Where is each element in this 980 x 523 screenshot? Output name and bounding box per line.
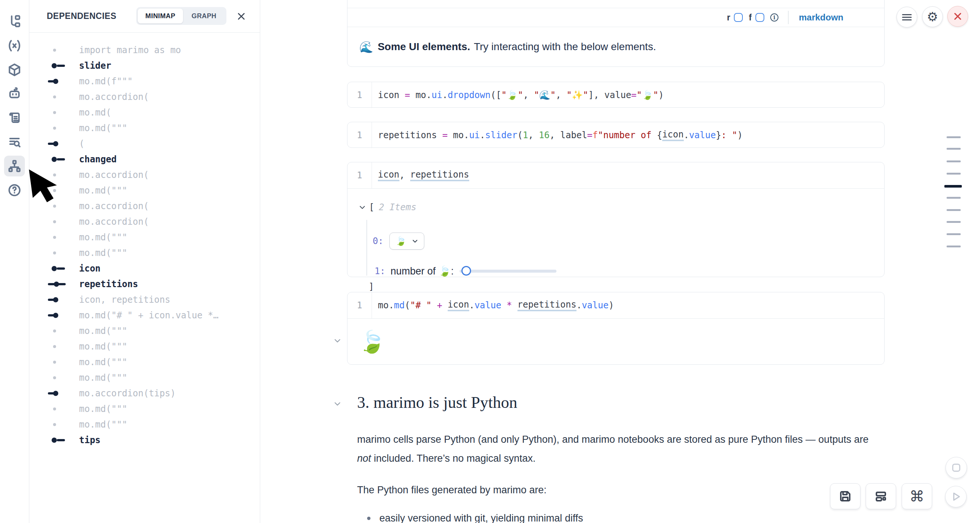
tab-graph[interactable]: GRAPH	[183, 8, 225, 23]
info-icon[interactable]: i	[770, 13, 778, 22]
cell-code-preview: mo.md(f"""	[79, 76, 133, 86]
cell-dropdown[interactable]: 1 icon = mo.ui.dropdown(["🍃", "🌊", "✨"],…	[347, 82, 885, 108]
minimap-cell-row[interactable]: changed	[29, 151, 260, 167]
minimap-cell-row[interactable]: mo.accordion(	[29, 89, 260, 105]
icon-dropdown-select[interactable]: 🍃	[390, 233, 424, 250]
code-editor[interactable]: 1 🌊 **Some UI elements.** Try interactin…	[347, 0, 884, 8]
ai-assistant-icon[interactable]	[4, 83, 25, 104]
variables-icon[interactable]	[4, 35, 25, 56]
index-1: 1:	[375, 266, 385, 276]
run-all-button[interactable]	[945, 486, 967, 507]
language-badge[interactable]: markdown	[799, 12, 843, 23]
minimap-cell-row[interactable]: icon, repetitions	[29, 292, 260, 308]
editor-footer: r f i markdown	[347, 8, 884, 27]
dependencies-panel: DEPENDENCIES MINIMAP GRAPH import marimo…	[29, 0, 260, 523]
section-collapse-chevron[interactable]	[333, 400, 342, 409]
save-button[interactable]	[830, 483, 861, 509]
cell-position-tick[interactable]	[947, 148, 961, 150]
bullet-item: easily versioned with git, yielding mini…	[357, 513, 583, 523]
shutdown-button[interactable]	[947, 6, 968, 27]
minimap-cell-row[interactable]: mo.md("""	[29, 339, 260, 354]
collapse-chevron-icon[interactable]	[359, 204, 366, 211]
cell-position-tick[interactable]	[947, 173, 961, 175]
slider-thumb[interactable]	[461, 266, 471, 276]
keyboard-shortcuts-button[interactable]: ⌘	[902, 483, 932, 509]
cell-code-preview: icon	[79, 263, 100, 274]
dependency-marker-icon	[49, 386, 79, 401]
minimap-cell-row[interactable]: mo.md(	[29, 105, 260, 120]
output-text: Try interacting with the below elements.	[474, 41, 656, 53]
minimap-cell-row[interactable]: slider	[29, 58, 260, 73]
r-toggle-label: r	[727, 13, 730, 23]
dependencies-icon[interactable]	[4, 156, 25, 177]
packages-icon[interactable]	[4, 59, 25, 80]
notebook-menu-button[interactable]	[896, 7, 917, 27]
slider-label: number of 🍃:	[390, 265, 453, 277]
items-count: 2 Items	[379, 202, 416, 212]
minimap-cell-row[interactable]: mo.md("""	[29, 417, 260, 432]
close-panel-button[interactable]	[235, 10, 248, 23]
snippets-icon[interactable]	[4, 107, 25, 128]
minimap-cell-row[interactable]: mo.accordion(	[29, 214, 260, 230]
cell-code-preview: mo.accordion(	[79, 92, 149, 102]
cell-position-tick[interactable]	[947, 221, 961, 223]
f-checkbox[interactable]	[756, 13, 764, 22]
cell-intro-markdown[interactable]: 1 🌊 **Some UI elements.** Try interactin…	[347, 0, 885, 67]
cell-slider[interactable]: 1 repetitions = mo.ui.slider(1, 16, labe…	[347, 122, 885, 148]
settings-button[interactable]: ⚙	[922, 6, 943, 27]
cell-tuple[interactable]: 1 icon, repetitions [ 2 Items 0: 🍃	[347, 162, 885, 277]
markdown-output: 🌊 Some UI elements. Try interacting with…	[347, 27, 884, 67]
minimap-cell-row[interactable]: import marimo as mo	[29, 42, 260, 58]
paragraph-1-text: marimo cells parse Python (and only Pyth…	[357, 434, 869, 445]
tree-output: [ 2 Items 0: 🍃 1: number of 🍃:	[347, 188, 884, 277]
tab-minimap[interactable]: MINIMAP	[138, 8, 183, 23]
leaf-output: 🍃	[347, 318, 884, 364]
minimap-cell-row[interactable]: mo.md("""	[29, 230, 260, 245]
minimap-cell-row[interactable]: mo.accordion(tips)	[29, 386, 260, 401]
r-checkbox[interactable]	[734, 13, 743, 22]
code-line[interactable]: mo.md("# " + icon.value * repetitions.va…	[372, 292, 884, 318]
cell-md-leaf[interactable]: 1 mo.md("# " + icon.value * repetitions.…	[347, 292, 885, 365]
minimap-cell-row[interactable]: mo.md("""	[29, 120, 260, 136]
line-number: 1	[347, 162, 372, 188]
minimap-cell-row[interactable]: mo.md("""	[29, 354, 260, 370]
minimap-cell-row[interactable]: mo.md("# " + icon.value *…	[29, 308, 260, 323]
toc-icon[interactable]	[4, 11, 25, 32]
cell-code-preview: mo.md("""	[79, 248, 127, 258]
minimap-cell-row[interactable]: icon	[29, 261, 260, 276]
output-collapse-chevron[interactable]	[333, 336, 342, 346]
mouse-cursor	[27, 169, 70, 211]
cell-position-tick[interactable]	[947, 161, 961, 162]
section-heading: 3. marimo is just Python	[357, 393, 517, 412]
panel-title: DEPENDENCIES	[47, 11, 116, 21]
wave-emoji: 🌊	[360, 40, 373, 54]
minimap-cell-row[interactable]: repetitions	[29, 276, 260, 292]
minimap-cell-row[interactable]: mo.md(f"""	[29, 73, 260, 89]
repetitions-slider[interactable]	[460, 269, 557, 273]
minimap-cell-list: import marimo as mo slider mo.md(f""" mo…	[29, 42, 260, 448]
dependency-marker-icon	[49, 354, 79, 370]
cell-code-preview: mo.md("""	[79, 373, 127, 383]
cell-position-tick[interactable]	[947, 233, 961, 235]
cell-position-tick[interactable]	[947, 246, 961, 247]
layout-button[interactable]	[865, 483, 896, 509]
stop-kernel-button[interactable]	[945, 457, 967, 478]
code-line[interactable]: icon, repetitions	[372, 162, 884, 188]
cell-position-tick[interactable]	[947, 197, 961, 199]
dependency-marker-icon	[49, 214, 79, 230]
cell-position-tick[interactable]	[944, 185, 962, 188]
cell-code-preview: mo.md("# " + icon.value *…	[79, 310, 219, 320]
cell-position-tick[interactable]	[947, 209, 961, 211]
minimap-cell-row[interactable]: mo.md("""	[29, 245, 260, 261]
help-icon[interactable]	[4, 180, 25, 201]
minimap-cell-row[interactable]: mo.md("""	[29, 323, 260, 339]
minimap-cell-row[interactable]: mo.md("""	[29, 370, 260, 386]
code-line[interactable]: repetitions = mo.ui.slider(1, 16, label=…	[372, 122, 884, 148]
minimap-cell-row[interactable]: tips	[29, 432, 260, 448]
cell-position-tick[interactable]	[947, 136, 961, 138]
minimap-cell-row[interactable]: mo.md("""	[29, 401, 260, 417]
logs-icon[interactable]	[4, 131, 25, 152]
code-line[interactable]: icon = mo.ui.dropdown(["🍃", "🌊", "✨"], v…	[372, 82, 884, 108]
panel-header: DEPENDENCIES MINIMAP GRAPH	[29, 0, 260, 33]
minimap-cell-row[interactable]: (	[29, 136, 260, 151]
